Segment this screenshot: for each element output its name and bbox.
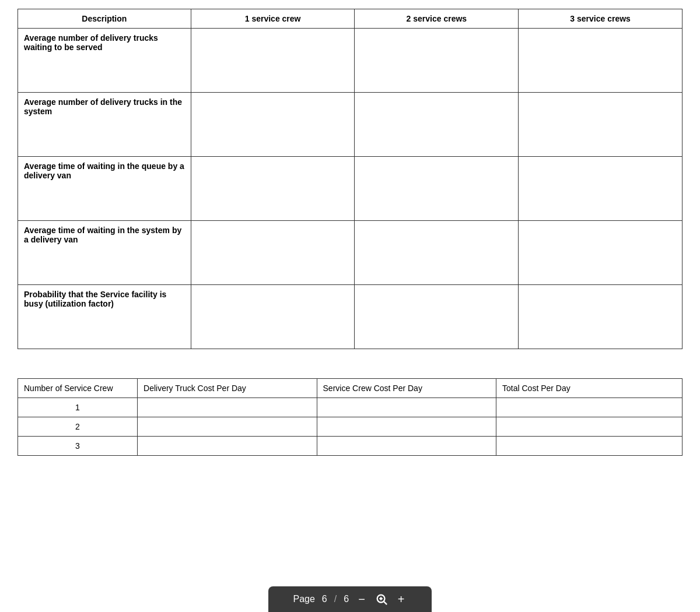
total-pages: 6: [344, 594, 349, 604]
cost-row1-num: 1: [18, 398, 138, 417]
row5-crew3: [519, 285, 682, 349]
col-header-1crew: 1 service crew: [191, 9, 355, 29]
col-header-description: Description: [18, 9, 191, 29]
row1-crew2: [355, 29, 519, 93]
table-row: 2: [18, 417, 682, 437]
cost-col-header-crews: Number of Service Crew: [18, 379, 138, 398]
cost-row1-total: [496, 398, 682, 417]
zoom-icon: [374, 592, 388, 606]
row2-description: Average number of delivery trucks in the…: [18, 93, 191, 157]
col-header-3crews: 3 service crews: [519, 9, 682, 29]
row3-crew3: [519, 157, 682, 221]
current-page: 6: [322, 594, 327, 604]
row5-crew2: [355, 285, 519, 349]
service-crews-table: Description 1 service crew 2 service cre…: [18, 9, 682, 349]
cost-col-header-total: Total Cost Per Day: [496, 379, 682, 398]
row2-crew3: [519, 93, 682, 157]
cost-row1-crew: [317, 398, 496, 417]
bottom-toolbar: Page 6 / 6 − +: [268, 586, 432, 612]
table1-container: Description 1 service crew 2 service cre…: [18, 9, 682, 349]
page-separator: /: [334, 594, 337, 604]
cost-row2-total: [496, 417, 682, 437]
table-row: Average number of delivery trucks waitin…: [18, 29, 682, 93]
row4-crew1: [191, 221, 355, 285]
row3-description: Average time of waiting in the queue by …: [18, 157, 191, 221]
row4-crew2: [355, 221, 519, 285]
table-row: 3: [18, 437, 682, 456]
table-row: Average time of waiting in the system by…: [18, 221, 682, 285]
cost-row3-crew: [317, 437, 496, 456]
zoom-in-button[interactable]: +: [396, 593, 407, 605]
row2-crew1: [191, 93, 355, 157]
cost-row3-num: 3: [18, 437, 138, 456]
row3-crew1: [191, 157, 355, 221]
row3-crew2: [355, 157, 519, 221]
row5-crew1: [191, 285, 355, 349]
col-header-2crews: 2 service crews: [355, 9, 519, 29]
row4-description: Average time of waiting in the system by…: [18, 221, 191, 285]
cost-row1-truck: [138, 398, 317, 417]
table2-container: Number of Service Crew Delivery Truck Co…: [18, 378, 682, 456]
table-row: 1: [18, 398, 682, 417]
cost-row2-num: 2: [18, 417, 138, 437]
cost-row3-total: [496, 437, 682, 456]
row4-crew3: [519, 221, 682, 285]
row5-description: Probability that the Service facility is…: [18, 285, 191, 349]
row1-crew1: [191, 29, 355, 93]
row2-crew2: [355, 93, 519, 157]
cost-row3-truck: [138, 437, 317, 456]
cost-row2-truck: [138, 417, 317, 437]
table-row: Probability that the Service facility is…: [18, 285, 682, 349]
table-row: Average time of waiting in the queue by …: [18, 157, 682, 221]
cost-row2-crew: [317, 417, 496, 437]
cost-col-header-crew: Service Crew Cost Per Day: [317, 379, 496, 398]
svg-line-1: [384, 602, 387, 604]
page-label: Page: [293, 594, 314, 604]
table-row: Average number of delivery trucks in the…: [18, 93, 682, 157]
cost-table: Number of Service Crew Delivery Truck Co…: [18, 378, 682, 456]
cost-col-header-truck: Delivery Truck Cost Per Day: [138, 379, 317, 398]
row1-crew3: [519, 29, 682, 93]
zoom-out-button[interactable]: −: [356, 593, 368, 605]
row1-description: Average number of delivery trucks waitin…: [18, 29, 191, 93]
